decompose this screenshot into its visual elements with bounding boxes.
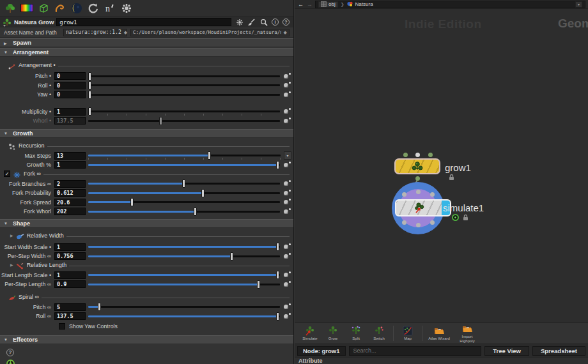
ladder-handle-icon[interactable] bbox=[283, 271, 291, 279]
param-label[interactable]: Roll ∞ bbox=[0, 313, 54, 319]
magnifier-icon[interactable] bbox=[259, 18, 268, 26]
recook-icon[interactable] bbox=[87, 2, 100, 15]
param-label[interactable]: Per-Step Width ∞ bbox=[0, 253, 54, 259]
node-label-simulate1[interactable]: simulate1 bbox=[443, 202, 484, 213]
param-value-field[interactable]: 0.756 bbox=[54, 252, 86, 260]
ladder-handle-icon[interactable] bbox=[283, 280, 291, 289]
show-yaw-checkbox[interactable] bbox=[59, 323, 65, 330]
param-slider[interactable] bbox=[88, 81, 280, 89]
param-slider[interactable] bbox=[88, 303, 280, 311]
param-value-field[interactable]: 1 bbox=[54, 243, 86, 251]
param-label[interactable]: Multiplicity • bbox=[0, 109, 54, 115]
grow1-output-connector[interactable] bbox=[415, 176, 420, 181]
param-value-field[interactable]: 20.6 bbox=[54, 199, 86, 206]
param-slider[interactable] bbox=[88, 243, 280, 251]
param-label[interactable]: Fork Branches ∞ bbox=[0, 181, 54, 187]
param-slider[interactable] bbox=[88, 271, 280, 279]
moon-icon[interactable] bbox=[70, 2, 83, 15]
param-slider[interactable] bbox=[88, 161, 280, 169]
node-grow1[interactable] bbox=[394, 158, 440, 174]
param-value-field[interactable]: 5 bbox=[54, 303, 86, 311]
brush-icon[interactable] bbox=[247, 18, 256, 26]
tool-map[interactable]: Map bbox=[398, 326, 418, 341]
help-icon[interactable]: ? bbox=[282, 19, 290, 26]
param-slider[interactable] bbox=[88, 252, 280, 261]
add-effector-button[interactable]: + bbox=[6, 360, 15, 364]
simulate1-output-connector[interactable] bbox=[430, 220, 435, 225]
param-value-field[interactable]: 1 bbox=[54, 108, 86, 116]
param-label[interactable]: Per-Step Length ∞ bbox=[0, 281, 54, 287]
param-label[interactable]: Pitch • bbox=[0, 73, 54, 79]
param-label[interactable]: Roll • bbox=[0, 82, 54, 89]
ladder-handle-icon[interactable] bbox=[283, 91, 291, 99]
param-slider[interactable] bbox=[88, 208, 280, 216]
simulate1-input-connector[interactable] bbox=[402, 192, 406, 197]
node-name-field[interactable] bbox=[56, 18, 231, 26]
param-value-field[interactable]: 0 bbox=[54, 91, 86, 98]
breadcrumb-dropdown-icon[interactable]: ▾ bbox=[575, 1, 582, 8]
tool-atlas-wizard[interactable]: Atlas Wizard bbox=[426, 326, 452, 341]
search-input[interactable] bbox=[349, 346, 482, 356]
natsura-grow-node-icon[interactable] bbox=[3, 18, 12, 26]
param-value-field[interactable]: 13 bbox=[54, 152, 86, 160]
tool-split[interactable]: Split bbox=[346, 326, 366, 341]
param-slider[interactable] bbox=[88, 198, 280, 206]
tree-view-button[interactable]: Tree View bbox=[484, 346, 529, 356]
param-slider[interactable] bbox=[88, 151, 281, 160]
tool-grow[interactable]: Grow bbox=[323, 326, 343, 341]
node-label-grow1[interactable]: grow1 bbox=[445, 162, 471, 173]
param-value-field[interactable]: 202 bbox=[54, 208, 86, 215]
stepper-icon[interactable]: ◆ bbox=[284, 30, 287, 35]
asset-name-select[interactable]: natsura::grow::1.2 ◆ bbox=[63, 29, 127, 36]
param-slider[interactable] bbox=[88, 189, 280, 197]
section-header-arrangement[interactable]: ▼ Arrangement bbox=[0, 48, 293, 57]
network-canvas[interactable]: Indie Edition Geome grow1 bbox=[295, 9, 588, 322]
section-header-shape[interactable]: ▼ Shape bbox=[0, 219, 293, 228]
expand-chevron-icon[interactable]: ▶ bbox=[10, 233, 13, 238]
param-label[interactable]: Fork Whorl bbox=[0, 208, 54, 215]
forward-arrow-icon[interactable]: → bbox=[306, 1, 313, 8]
ladder-handle-icon[interactable] bbox=[283, 179, 291, 188]
ladder-handle-icon[interactable] bbox=[283, 189, 291, 197]
ladder-handle-icon[interactable] bbox=[283, 81, 291, 89]
gear-icon[interactable] bbox=[120, 2, 133, 15]
stepper-icon[interactable]: ◆ bbox=[124, 30, 127, 35]
ladder-handle-icon[interactable] bbox=[283, 117, 291, 125]
param-value-field[interactable]: 0.9 bbox=[54, 280, 86, 288]
ladder-handle-icon[interactable] bbox=[283, 252, 291, 261]
spreadsheet-button[interactable]: Spreadsheet bbox=[532, 346, 585, 356]
asset-path-select[interactable]: C:/Users/plasmo/workspace/HoudiniProject… bbox=[130, 29, 290, 36]
n-node-icon[interactable]: n bbox=[104, 2, 116, 15]
param-slider[interactable] bbox=[88, 107, 280, 116]
grow1-input-connector[interactable] bbox=[403, 153, 408, 157]
param-label[interactable]: Start Length Scale • bbox=[0, 272, 54, 278]
simulate1-output-connector[interactable] bbox=[402, 220, 406, 225]
param-value-field[interactable]: 2 bbox=[54, 180, 86, 188]
param-value-field[interactable]: 1 bbox=[54, 161, 86, 169]
param-label[interactable]: Start Width Scale • bbox=[0, 244, 54, 250]
param-value-field[interactable]: 0 bbox=[54, 82, 86, 89]
tool-import-highpoly[interactable]: Import Highpoly bbox=[454, 324, 480, 343]
param-label[interactable]: Yaw • bbox=[0, 91, 54, 98]
tree-icon[interactable] bbox=[4, 2, 17, 15]
param-slider[interactable] bbox=[88, 91, 280, 99]
ladder-handle-icon[interactable] bbox=[283, 208, 291, 216]
breadcrumb-obj[interactable]: obj bbox=[318, 1, 338, 8]
simulate1-input-connector[interactable] bbox=[416, 190, 421, 194]
param-value-field[interactable]: 0.612 bbox=[54, 189, 86, 197]
param-value-field[interactable]: 1 bbox=[54, 271, 86, 279]
param-label[interactable]: Max Steps bbox=[0, 153, 54, 159]
param-value-field[interactable]: 137.5 bbox=[54, 312, 86, 320]
param-label[interactable]: Fork Probability bbox=[0, 190, 54, 196]
section-header-growth[interactable]: ▼ Growth bbox=[0, 129, 293, 138]
gear-icon[interactable] bbox=[235, 18, 244, 26]
tool-simulate[interactable]: Simulate bbox=[300, 326, 320, 341]
param-label[interactable]: Growth % bbox=[0, 162, 54, 168]
ladder-handle-icon[interactable] bbox=[283, 198, 291, 206]
simulate1-input-connector[interactable] bbox=[430, 192, 435, 197]
param-label[interactable]: Pitch ∞ bbox=[0, 304, 54, 310]
ladder-handle-icon[interactable] bbox=[283, 243, 291, 251]
ladder-handle-icon[interactable] bbox=[283, 312, 291, 321]
param-slider[interactable] bbox=[88, 72, 280, 80]
ladder-handle-icon[interactable] bbox=[283, 72, 291, 80]
